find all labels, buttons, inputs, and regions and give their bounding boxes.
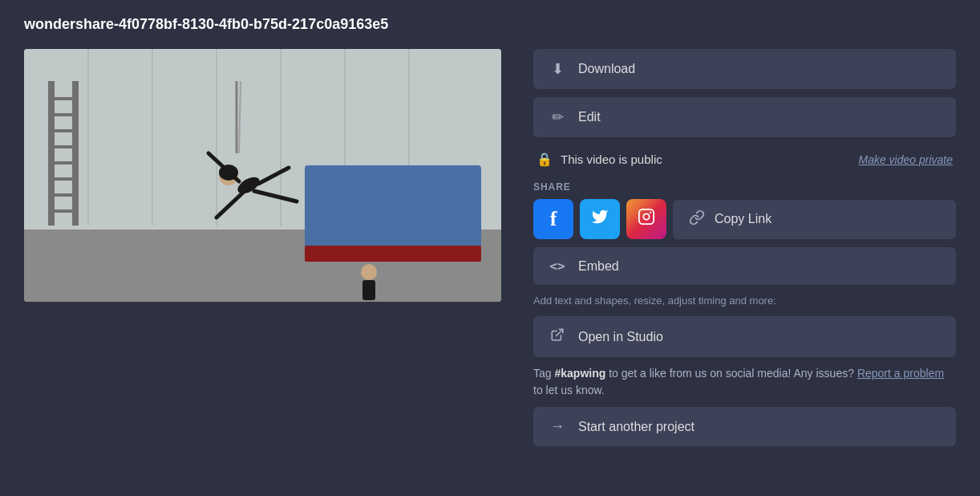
svg-rect-13 <box>48 129 79 132</box>
svg-rect-10 <box>72 81 79 226</box>
svg-rect-9 <box>48 81 55 226</box>
svg-rect-15 <box>48 161 79 165</box>
svg-point-33 <box>643 213 649 219</box>
download-icon: ⬇ <box>549 60 565 78</box>
privacy-row: 🔒 This video is public Make video privat… <box>533 145 956 173</box>
svg-rect-16 <box>48 177 79 181</box>
twitter-icon <box>591 208 609 230</box>
tag-post-text: to get a like from us on social media! A… <box>605 367 854 380</box>
embed-icon: <> <box>549 258 565 274</box>
lock-icon: 🔒 <box>537 152 553 167</box>
twitter-button[interactable] <box>580 199 620 239</box>
svg-rect-17 <box>48 193 79 197</box>
share-buttons-row: f <box>533 199 956 239</box>
start-another-project-button[interactable]: → Start another project <box>533 407 956 446</box>
facebook-icon: f <box>550 207 557 231</box>
make-private-link[interactable]: Make video private <box>858 153 953 166</box>
svg-rect-14 <box>48 145 79 148</box>
instagram-button[interactable] <box>626 199 666 239</box>
svg-rect-18 <box>48 209 79 213</box>
svg-rect-12 <box>48 113 79 116</box>
arrow-right-icon: → <box>549 418 565 435</box>
svg-rect-31 <box>362 280 375 300</box>
studio-info-text: Add text and shapes, resize, adjust timi… <box>533 293 956 308</box>
edit-icon: ✏ <box>549 108 565 126</box>
svg-line-35 <box>557 329 563 335</box>
tag-end-text: to let us know. <box>533 384 605 396</box>
external-link-icon <box>549 327 565 346</box>
privacy-status: 🔒 This video is public <box>537 152 662 167</box>
video-thumbnail <box>24 49 501 302</box>
tag-pre-text: Tag <box>533 367 554 380</box>
svg-point-34 <box>650 212 651 213</box>
facebook-button[interactable]: f <box>533 199 573 239</box>
edit-button[interactable]: ✏ Edit <box>533 97 956 137</box>
svg-rect-11 <box>48 97 79 100</box>
svg-point-30 <box>361 264 377 280</box>
instagram-icon <box>638 208 655 230</box>
svg-rect-32 <box>639 209 654 224</box>
svg-rect-20 <box>305 246 481 262</box>
open-in-studio-button[interactable]: Open in Studio <box>533 316 956 357</box>
page-title: wondershare-4f0778bf-8130-4fb0-b75d-217c… <box>24 16 956 33</box>
copy-link-button[interactable]: Copy Link <box>673 200 956 239</box>
report-problem-link[interactable]: Report a problem <box>857 367 944 380</box>
chain-icon <box>689 209 705 230</box>
kapwing-tag: #kapwing <box>554 367 605 380</box>
embed-button[interactable]: <> Embed <box>533 247 956 285</box>
actions-panel: ⬇ Download ✏ Edit 🔒 This video is public… <box>533 49 956 446</box>
share-section: SHARE f <box>533 181 956 239</box>
share-label: SHARE <box>533 181 956 193</box>
tag-section: Tag #kapwing to get a like from us on so… <box>533 365 956 399</box>
download-button[interactable]: ⬇ Download <box>533 49 956 89</box>
